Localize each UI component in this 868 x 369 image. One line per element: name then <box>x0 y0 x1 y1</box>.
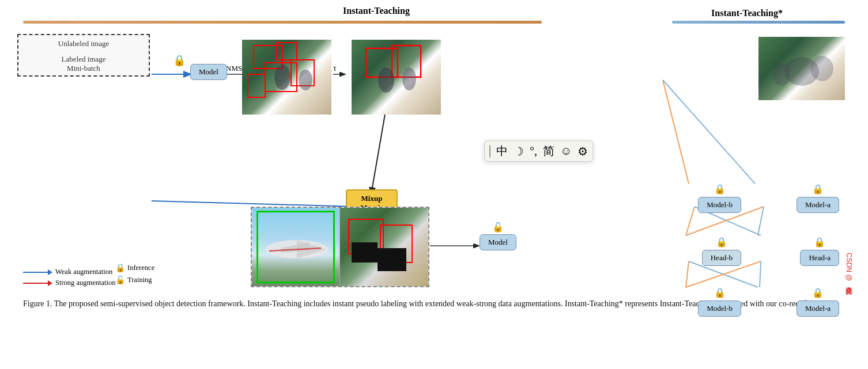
svg-rect-50 <box>378 248 406 271</box>
right-model-a-top: Model-a <box>797 197 839 213</box>
instant-teaching-star-label: Instant-Teaching* <box>711 8 783 18</box>
left-images-section: Unlabeled image <box>17 34 156 77</box>
svg-point-37 <box>274 64 290 90</box>
svg-line-5 <box>371 108 386 194</box>
composed-airplane <box>252 208 340 286</box>
svg-line-6 <box>152 201 357 207</box>
svg-point-52 <box>810 56 833 81</box>
svg-point-41 <box>378 67 394 93</box>
model-label-bottom: Model <box>480 234 516 250</box>
lock-inference-icon: 🔒 <box>115 263 125 273</box>
orange-bar <box>23 21 542 24</box>
svg-line-10 <box>663 80 689 184</box>
input-images-box: Unlabeled image <box>17 34 150 77</box>
model-box-top: Model <box>190 64 227 80</box>
svg-line-11 <box>663 80 755 184</box>
lock-training-icon: 🔓 <box>115 275 125 285</box>
legend-training-label: Training <box>127 276 152 284</box>
tau-detection-image <box>352 40 441 115</box>
toolbar-simplified[interactable]: 简 <box>543 143 554 159</box>
instant-teaching-title: Instant-Teaching <box>29 6 655 18</box>
lock-head-b: 🔒 <box>716 237 727 248</box>
svg-text:NMS: NMS <box>226 64 242 73</box>
watermark: CSDN @交换喜悲 <box>844 253 854 281</box>
right-baseball-image <box>758 37 845 100</box>
svg-rect-32 <box>254 45 282 69</box>
lock-model-b-top: 🔒 <box>714 184 726 195</box>
lock-head-a: 🔒 <box>814 237 825 248</box>
lock-model-a-top: 🔒 <box>812 184 824 195</box>
legend: Weak augmentation Strong augmentation 🔒 … <box>23 268 154 287</box>
lock-icon-bottom: 🔓 <box>492 222 504 233</box>
composed-baseball <box>340 208 428 286</box>
labeled-image-label: Labeled image <box>21 55 146 64</box>
toolbar-moon[interactable]: ☽ <box>514 144 524 158</box>
svg-line-12 <box>686 207 695 235</box>
right-head-b: Head-b <box>702 250 741 266</box>
legend-strong-aug-label: Strong augmentation <box>55 279 116 287</box>
lock-icon-model: 🔒 <box>173 54 186 67</box>
right-model-b-top-wrapper: 🔒 Model-b <box>698 184 741 213</box>
right-model-b-top: Model-b <box>698 197 741 213</box>
right-model-a-top-wrapper: 🔒 Model-a <box>797 184 839 213</box>
lock-model-a-bottom: 🔒 <box>812 287 824 298</box>
main-container: Instant-Teaching Instant-Teaching* <box>0 0 868 315</box>
color-bars <box>23 21 845 24</box>
svg-rect-36 <box>248 74 265 97</box>
right-head-a: Head-a <box>800 250 839 266</box>
right-head-b-wrapper: 🔒 Head-b <box>702 237 741 266</box>
model-label-top: Model <box>190 64 227 80</box>
legend-inference-label: Inference <box>127 264 154 272</box>
instant-teaching-star-title: Instant-Teaching* <box>655 6 839 18</box>
svg-point-38 <box>299 70 312 90</box>
toolbar-divider <box>489 145 490 158</box>
right-model-a-bottom-wrapper: 🔒 Model-a <box>797 287 839 317</box>
svg-text:τ: τ <box>333 64 337 73</box>
svg-rect-49 <box>352 242 378 263</box>
svg-point-53 <box>773 63 790 86</box>
arrow-red-icon <box>23 283 52 284</box>
blue-bar <box>672 21 845 24</box>
composed-image-box <box>251 207 429 287</box>
lock-model-b-bottom: 🔒 <box>714 287 726 298</box>
legend-right: 🔒 Inference 🔓 Training <box>115 263 154 285</box>
diagram-area: NMS τ <box>12 28 856 293</box>
toolbar-popup[interactable]: 中 ☽ °, 简 ☺ ⚙ <box>484 140 593 162</box>
nms-detection-image <box>242 40 331 115</box>
toolbar-smiley[interactable]: ☺ <box>560 144 572 158</box>
right-model-b-bottom: Model-b <box>698 300 741 317</box>
model-box-bottom: Model 🔓 <box>480 234 516 250</box>
right-model-a-bottom: Model-a <box>797 300 839 317</box>
unlabeled-image-label: Unlabeled image <box>21 39 146 48</box>
svg-line-19 <box>760 261 761 287</box>
arrow-blue-icon <box>23 272 52 273</box>
legend-weak-aug-label: Weak augmentation <box>55 268 112 276</box>
toolbar-comma[interactable]: °, <box>530 144 537 158</box>
svg-line-15 <box>758 207 764 235</box>
mini-batch-label: Mini-batch <box>21 64 146 73</box>
toolbar-gear[interactable]: ⚙ <box>578 144 588 158</box>
section-titles: Instant-Teaching Instant-Teaching* <box>12 6 856 18</box>
toolbar-chinese[interactable]: 中 <box>496 143 508 159</box>
right-head-a-wrapper: 🔒 Head-a <box>800 237 839 266</box>
svg-line-16 <box>686 261 689 287</box>
svg-point-42 <box>402 67 416 90</box>
right-model-b-bottom-wrapper: 🔒 Model-b <box>698 287 741 317</box>
